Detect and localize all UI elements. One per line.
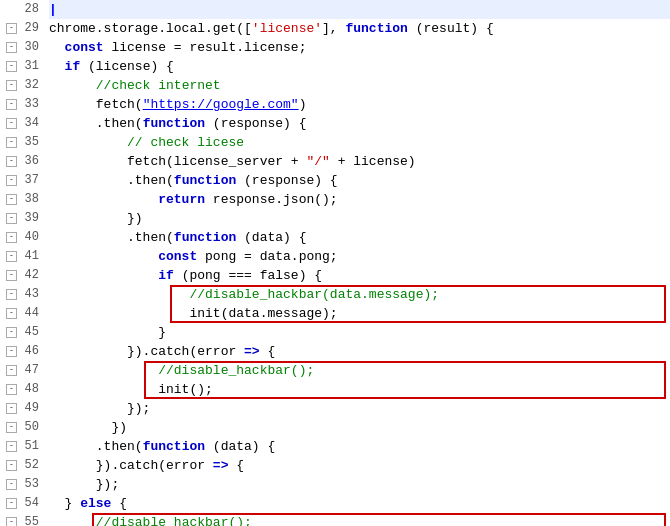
collapse-icon-35[interactable]: -: [6, 137, 17, 148]
collapse-icon-43[interactable]: -: [6, 289, 17, 300]
line-num-text-32: 32: [21, 76, 39, 95]
collapse-icon-34[interactable]: -: [6, 118, 17, 129]
collapse-icon-36[interactable]: -: [6, 156, 17, 167]
code-line-50: }): [49, 418, 670, 437]
collapse-icon-50[interactable]: -: [6, 422, 17, 433]
collapse-icon-32[interactable]: -: [6, 80, 17, 91]
collapse-icon-29[interactable]: -: [6, 23, 17, 34]
line-number-51: -51: [6, 437, 39, 456]
line-num-text-47: 47: [21, 361, 39, 380]
line-num-text-45: 45: [21, 323, 39, 342]
code-line-28: |: [49, 0, 670, 19]
collapse-icon-46[interactable]: -: [6, 346, 17, 357]
line-number-50: -50: [6, 418, 39, 437]
collapse-icon-38[interactable]: -: [6, 194, 17, 205]
line-number-33: -33: [6, 95, 39, 114]
collapse-icon-41[interactable]: -: [6, 251, 17, 262]
collapse-icon-39[interactable]: -: [6, 213, 17, 224]
code-line-51: .then(function (data) {: [49, 437, 670, 456]
line-number-30: -30: [6, 38, 39, 57]
collapse-icon-45[interactable]: -: [6, 327, 17, 338]
code-line-30: const license = result.license;: [49, 38, 670, 57]
collapse-icon-54[interactable]: -: [6, 498, 17, 509]
line-number-45: -45: [6, 323, 39, 342]
line-num-text-31: 31: [21, 57, 39, 76]
code-line-32: //check internet: [49, 76, 670, 95]
line-number-31: -31: [6, 57, 39, 76]
line-number-41: -41: [6, 247, 39, 266]
code-line-47: //disable_hackbar();: [49, 361, 670, 380]
code-line-29: chrome.storage.local.get(['license'], fu…: [49, 19, 670, 38]
line-num-text-34: 34: [21, 114, 39, 133]
code-line-45: }: [49, 323, 670, 342]
line-number-28: 28: [6, 0, 39, 19]
line-num-text-35: 35: [21, 133, 39, 152]
collapse-icon-47[interactable]: -: [6, 365, 17, 376]
line-number-38: -38: [6, 190, 39, 209]
line-num-text-54: 54: [21, 494, 39, 513]
code-line-42: if (pong === false) {: [49, 266, 670, 285]
line-number-49: -49: [6, 399, 39, 418]
line-num-text-52: 52: [21, 456, 39, 475]
code-line-54: } else {: [49, 494, 670, 513]
collapse-icon-42[interactable]: -: [6, 270, 17, 281]
line-number-36: -36: [6, 152, 39, 171]
line-number-55: -55: [6, 513, 39, 526]
code-line-55: //disable_hackbar();: [49, 513, 670, 526]
line-number-43: -43: [6, 285, 39, 304]
code-line-33: fetch("https://google.com"): [49, 95, 670, 114]
code-line-49: });: [49, 399, 670, 418]
code-line-43: //disable_hackbar(data.message);: [49, 285, 670, 304]
line-number-48: -48: [6, 380, 39, 399]
redbox-group-3: //disable_hackbar(); init();: [49, 513, 670, 526]
collapse-icon-48[interactable]: -: [6, 384, 17, 395]
line-num-text-43: 43: [21, 285, 39, 304]
line-num-text-55: 55: [21, 513, 39, 526]
line-num-text-38: 38: [21, 190, 39, 209]
line-num-text-42: 42: [21, 266, 39, 285]
line-number-46: -46: [6, 342, 39, 361]
line-numbers: 28-29-30-31-32-33-34-35-36-37-38-39-40-4…: [0, 0, 45, 526]
redbox-group-2: //disable_hackbar(); init();: [49, 361, 670, 399]
code-content: |chrome.storage.local.get(['license'], f…: [45, 0, 670, 526]
code-line-53: });: [49, 475, 670, 494]
line-num-text-39: 39: [21, 209, 39, 228]
collapse-icon-52[interactable]: -: [6, 460, 17, 471]
line-num-text-41: 41: [21, 247, 39, 266]
collapse-icon-55[interactable]: -: [6, 517, 17, 526]
line-num-text-28: 28: [21, 0, 39, 19]
line-num-text-40: 40: [21, 228, 39, 247]
code-line-44: init(data.message);: [49, 304, 670, 323]
code-line-46: }).catch(error => {: [49, 342, 670, 361]
collapse-icon-53[interactable]: -: [6, 479, 17, 490]
line-number-47: -47: [6, 361, 39, 380]
line-num-text-50: 50: [21, 418, 39, 437]
code-line-52: }).catch(error => {: [49, 456, 670, 475]
code-line-38: return response.json();: [49, 190, 670, 209]
collapse-icon-49[interactable]: -: [6, 403, 17, 414]
collapse-icon-37[interactable]: -: [6, 175, 17, 186]
collapse-icon-40[interactable]: -: [6, 232, 17, 243]
line-number-54: -54: [6, 494, 39, 513]
line-number-35: -35: [6, 133, 39, 152]
code-line-36: fetch(license_server + "/" + license): [49, 152, 670, 171]
collapse-icon-44[interactable]: -: [6, 308, 17, 319]
line-num-text-37: 37: [21, 171, 39, 190]
line-number-39: -39: [6, 209, 39, 228]
collapse-icon-51[interactable]: -: [6, 441, 17, 452]
collapse-icon-31[interactable]: -: [6, 61, 17, 72]
code-line-41: const pong = data.pong;: [49, 247, 670, 266]
code-line-31: if (license) {: [49, 57, 670, 76]
redbox-group-1: //disable_hackbar(data.message); init(da…: [49, 285, 670, 323]
line-number-32: -32: [6, 76, 39, 95]
line-number-42: -42: [6, 266, 39, 285]
code-line-48: init();: [49, 380, 670, 399]
code-line-40: .then(function (data) {: [49, 228, 670, 247]
line-number-52: -52: [6, 456, 39, 475]
collapse-icon-33[interactable]: -: [6, 99, 17, 110]
line-num-text-33: 33: [21, 95, 39, 114]
code-line-35: // check licese: [49, 133, 670, 152]
line-num-text-36: 36: [21, 152, 39, 171]
collapse-icon-30[interactable]: -: [6, 42, 17, 53]
line-number-29: -29: [6, 19, 39, 38]
